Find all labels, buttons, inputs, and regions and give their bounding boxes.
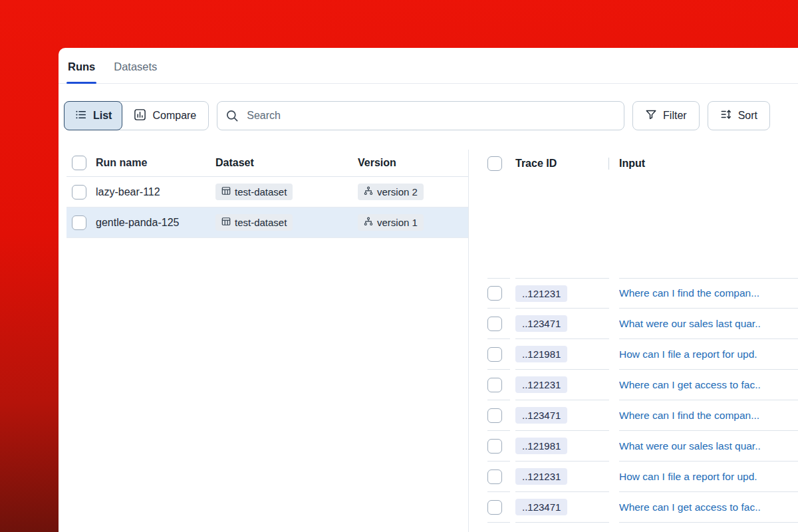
column-header-trace-id-cell: Trace ID [515, 150, 609, 177]
row-checkbox-cell [487, 278, 510, 309]
row-checkbox[interactable] [72, 215, 86, 230]
filter-button-label: Filter [663, 110, 687, 122]
trace-input-text[interactable]: Where can I get access to fac.. [619, 501, 798, 513]
version-tag[interactable]: version 1 [358, 214, 424, 231]
trace-rows: ..121231 Where can I find the compan... … [487, 278, 798, 523]
row-checkbox-cell [487, 462, 510, 492]
row-checkbox[interactable] [487, 317, 502, 331]
table-icon [221, 217, 231, 228]
row-checkbox-cell [66, 215, 96, 230]
dataset-cell: test-dataset [215, 214, 358, 231]
filter-button[interactable]: Filter [632, 101, 700, 130]
sort-button[interactable]: Sort [708, 101, 770, 130]
versions-icon [364, 217, 373, 228]
table-icon [221, 186, 231, 198]
dataset-cell: test-dataset [215, 184, 358, 200]
trace-id-cell: ..121981 [515, 431, 609, 462]
table-row[interactable]: ..121231 How can I file a report for upd… [487, 462, 798, 492]
filter-icon [645, 108, 657, 123]
trace-input-text[interactable]: How can I file a report for upd. [619, 471, 798, 483]
search-input[interactable] [217, 101, 624, 130]
table-row[interactable]: ..121231 Where can I find the compan... [487, 278, 798, 309]
traces-table-header: Trace ID Input [487, 150, 798, 177]
trace-id-cell: ..123471 [515, 492, 609, 523]
row-checkbox-cell [487, 370, 510, 400]
row-checkbox[interactable] [487, 439, 502, 454]
row-checkbox-cell [487, 492, 510, 523]
row-checkbox[interactable] [487, 286, 502, 301]
version-tag[interactable]: version 2 [358, 184, 424, 200]
trace-input-cell: Where can I find the compan... [619, 400, 798, 431]
dataset-tag-label: test-dataset [235, 217, 287, 228]
runs-rows: lazy-bear-112 test-dataset [66, 177, 468, 238]
row-checkbox[interactable] [487, 500, 502, 515]
trace-id-cell: ..121981 [515, 339, 609, 370]
trace-input-text[interactable]: Where can I find the compan... [619, 287, 798, 299]
version-tag-label: version 2 [377, 186, 418, 198]
runs-table-header: Run name Dataset Version [66, 150, 468, 177]
traces-table: Trace ID Input ..121231 Where can I find… [469, 150, 798, 532]
trace-input-cell: How can I file a report for upd. [619, 462, 798, 492]
version-cell: version 1 [358, 214, 468, 231]
select-all-runs-checkbox[interactable] [72, 156, 86, 170]
column-header-input: Input [619, 150, 798, 177]
table-row[interactable]: ..123471 What were our sales last quar.. [487, 309, 798, 339]
trace-input-text[interactable]: Where can I get access to fac.. [619, 379, 798, 391]
list-view-label: List [93, 110, 112, 122]
trace-id-badge: ..123471 [515, 407, 567, 424]
trace-id-cell: ..121231 [515, 278, 609, 309]
compare-view-button[interactable]: Compare [122, 102, 208, 130]
dataset-tag-label: test-dataset [235, 186, 287, 198]
tab-runs[interactable]: Runs [66, 61, 96, 83]
trace-id-cell: ..123471 [515, 400, 609, 431]
toolbar: List Compare [59, 101, 798, 130]
table-row[interactable]: ..121981 What were our sales last quar.. [487, 431, 798, 462]
trace-id-badge: ..121231 [515, 285, 567, 302]
trace-id-badge: ..123471 [515, 315, 567, 332]
row-checkbox-cell [487, 400, 510, 431]
table-row[interactable]: gentle-panda-125 test-dataset [66, 207, 468, 238]
column-header-trace-id: Trace ID [515, 158, 557, 170]
trace-input-text[interactable]: Where can I find the compan... [619, 410, 798, 422]
trace-id-badge: ..121981 [515, 438, 567, 454]
search-box [217, 101, 624, 130]
trace-input-cell: What were our sales last quar.. [619, 431, 798, 462]
version-cell: version 2 [358, 184, 468, 200]
run-name: gentle-panda-125 [96, 217, 215, 229]
runs-table: Run name Dataset Version lazy-bear-112 t… [59, 150, 469, 532]
dataset-tag[interactable]: test-dataset [215, 184, 293, 200]
row-checkbox[interactable] [487, 469, 502, 484]
trace-input-text[interactable]: How can I file a report for upd. [619, 348, 798, 360]
trace-input-text[interactable]: What were our sales last quar.. [619, 318, 798, 330]
list-view-button[interactable]: List [64, 101, 122, 130]
select-all-traces-checkbox[interactable] [487, 156, 502, 171]
table-row[interactable]: ..123471 Where can I get access to fac.. [487, 492, 798, 523]
trace-input-text[interactable]: What were our sales last quar.. [619, 440, 798, 452]
column-header-run-name: Run name [96, 157, 215, 169]
row-checkbox[interactable] [487, 378, 502, 392]
header-checkbox-cell [66, 156, 96, 170]
trace-id-cell: ..121231 [515, 462, 609, 492]
row-checkbox-cell [487, 339, 510, 370]
bar-chart-icon [134, 108, 146, 124]
row-checkbox[interactable] [487, 347, 502, 362]
dataset-tag[interactable]: test-dataset [215, 214, 293, 231]
table-row[interactable]: ..123471 Where can I find the compan... [487, 400, 798, 431]
header-checkbox-cell [487, 156, 510, 171]
run-name: lazy-bear-112 [96, 186, 215, 198]
search-icon [225, 109, 239, 122]
tab-datasets[interactable]: Datasets [112, 61, 158, 83]
trace-id-badge: ..121981 [515, 346, 567, 362]
trace-input-cell: Where can I find the compan... [619, 278, 798, 309]
table-row[interactable]: ..121231 Where can I get access to fac.. [487, 370, 798, 400]
row-checkbox[interactable] [487, 408, 502, 423]
row-checkbox[interactable] [72, 185, 86, 200]
view-mode-toggle: List Compare [64, 101, 209, 130]
table-row[interactable]: ..121981 How can I file a report for upd… [487, 339, 798, 370]
column-header-version: Version [358, 157, 468, 169]
column-header-dataset: Dataset [215, 157, 358, 169]
list-icon [74, 108, 87, 124]
table-row[interactable]: lazy-bear-112 test-dataset [66, 177, 468, 207]
main-panel: Runs Datasets List [59, 48, 798, 532]
trace-id-badge: ..121231 [515, 376, 567, 393]
